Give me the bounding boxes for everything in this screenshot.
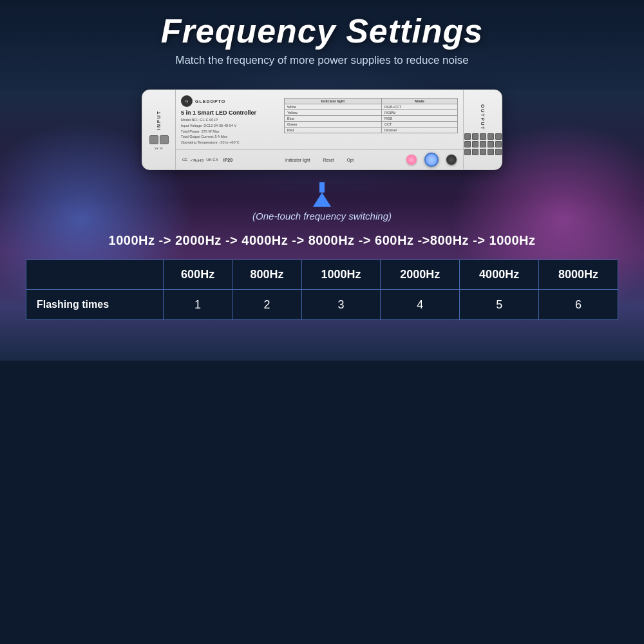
table-section: 600Hz800Hz1000Hz2000Hz4000Hz8000Hz Flash… — [26, 260, 618, 320]
touch-caption: (One-touch frequency switching) — [252, 211, 392, 222]
device-current: Total Output Current: 5 A Max — [181, 134, 274, 140]
rt — [495, 149, 502, 155]
indicator-cell: Dimmer — [382, 128, 458, 133]
device-power: Total Power: 270 W Max — [181, 129, 274, 135]
opt-button[interactable] — [446, 155, 457, 165]
arrow-up — [313, 193, 331, 207]
freq-col-header: 4000Hz — [460, 260, 539, 290]
controller-main: G GLEDOPTO 5 in 1 Smart LED Controller M… — [176, 90, 463, 169]
freq-col-header: 1000Hz — [301, 260, 381, 290]
indicator-header: Indicator light — [285, 99, 382, 104]
freq-value-cell: 6 — [539, 290, 618, 320]
freq-value-cell: 4 — [381, 290, 460, 320]
rt — [480, 133, 486, 140]
brand-row: G GLEDOPTO — [181, 95, 274, 107]
arrow-section — [313, 182, 331, 207]
right-terminals: OUTPUT — [463, 90, 502, 169]
freq-col-header: 800Hz — [232, 260, 301, 290]
controller-top: G GLEDOPTO 5 in 1 Smart LED Controller M… — [176, 90, 463, 149]
freq-col-header: 8000Hz — [539, 260, 618, 290]
controller-info: G GLEDOPTO 5 in 1 Smart LED Controller M… — [176, 90, 279, 149]
opt-label: Opt — [347, 158, 354, 162]
indicator-cell: Green — [285, 122, 382, 128]
rt — [472, 141, 478, 147]
freq-value-cell: 3 — [301, 290, 381, 320]
indicator-label: Indicator light — [285, 158, 310, 162]
rt — [480, 141, 486, 147]
left-terminals: INPUT V+ V- — [142, 90, 176, 169]
freq-value-cell: 5 — [460, 290, 539, 320]
uk-ca-cert: UK CA — [206, 158, 218, 162]
device-voltage: Input Voltage: DC12-24-36-48-54 V — [181, 123, 274, 129]
page-subtitle: Match the frequency of more power suppli… — [0, 54, 644, 67]
reset-button[interactable] — [424, 153, 439, 167]
terminal — [149, 135, 158, 144]
indicator-cell: RGB — [382, 116, 458, 122]
mode-header: Mode — [382, 99, 458, 104]
device-container: INPUT V+ V- — [135, 80, 509, 180]
indicator-cell: White — [285, 104, 382, 110]
rt — [488, 141, 494, 147]
freq-chain-section: 1000Hz -> 2000Hz -> 4000Hz -> 8000Hz -> … — [0, 233, 644, 248]
rohs-cert: ✓RoHS — [190, 158, 204, 162]
indicator-table-col: Indicator light Mode WhiteRGB+CCTYellowR… — [279, 90, 463, 149]
rt — [464, 133, 471, 140]
header: Frequency Settings Match the frequency o… — [0, 0, 644, 67]
rt — [472, 149, 478, 155]
frequency-table: 600Hz800Hz1000Hz2000Hz4000Hz8000Hz Flash… — [26, 260, 618, 320]
output-label: OUTPUT — [480, 104, 485, 131]
rt — [480, 149, 486, 155]
freq-col-header — [26, 260, 164, 290]
device-name: 5 in 1 Smart LED Controller — [181, 109, 274, 116]
rt — [488, 149, 494, 155]
arrow-stem — [319, 182, 325, 193]
brand-logo: G — [181, 95, 193, 107]
device-temp: Operating Temperature: -20 to +60°C — [181, 140, 274, 146]
brand-name: GLEDOPTO — [195, 99, 225, 104]
freq-value-cell: 2 — [232, 290, 301, 320]
rt — [495, 141, 502, 147]
device-model: Model NO.: GL-C-001P — [181, 117, 274, 123]
controller-bottom: CE ✓RoHS UK CA IP20 Indicator light Rese… — [176, 149, 463, 169]
freq-row-label: Flashing times — [26, 290, 164, 320]
indicator-cell: RGB+CCT — [382, 104, 458, 110]
controller-buttons — [406, 153, 457, 167]
bg-bottom — [0, 361, 644, 644]
freq-col-header: 600Hz — [163, 260, 232, 290]
reset-label: Reset — [323, 158, 334, 162]
led-controller: INPUT V+ V- — [142, 90, 502, 170]
indicator-light-button[interactable] — [406, 155, 417, 165]
indicator-cell: Yellow — [285, 110, 382, 116]
ce-cert: CE — [182, 158, 187, 162]
terminal — [160, 135, 169, 144]
rt — [495, 133, 502, 140]
cert-icons: CE ✓RoHS UK CA — [182, 158, 218, 162]
indicator-cell: CCT — [382, 122, 458, 128]
indicator-cell: Red — [285, 128, 382, 133]
freq-value-cell: 1 — [163, 290, 232, 320]
freq-col-header: 2000Hz — [381, 260, 460, 290]
rt — [464, 141, 471, 147]
indicator-labels: Indicator light Reset Opt — [238, 158, 401, 162]
rt — [464, 149, 471, 155]
indicator-cell: Blue — [285, 116, 382, 122]
output-terminal-grid — [464, 133, 502, 155]
indicator-cell: RGBW — [382, 110, 458, 116]
rt — [472, 133, 478, 140]
page-title: Frequency Settings — [0, 12, 644, 50]
device-section: INPUT V+ V- — [0, 80, 644, 222]
indicator-table: Indicator light Mode WhiteRGB+CCTYellowR… — [284, 98, 458, 133]
input-label: INPUT — [156, 110, 161, 130]
rt — [488, 133, 494, 140]
ip-badge: IP20 — [223, 158, 232, 162]
freq-chain-text: 1000Hz -> 2000Hz -> 4000Hz -> 8000Hz -> … — [26, 233, 618, 248]
